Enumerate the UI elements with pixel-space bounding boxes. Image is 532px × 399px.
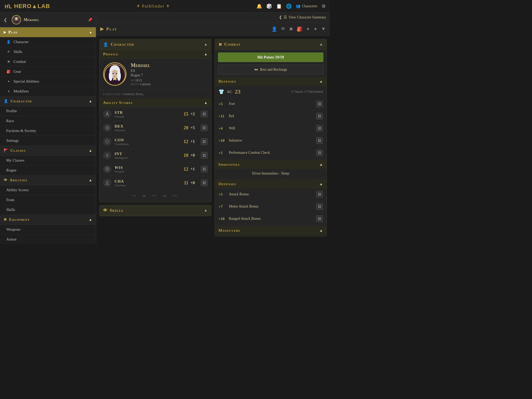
pin-icon[interactable]: 📌 — [88, 18, 92, 22]
sidebar-item-settings[interactable]: Settings — [0, 136, 96, 146]
ability-scores-section-header[interactable]: Ability Scores ▲ — [99, 98, 211, 107]
dex-abbr: DEX — [115, 124, 179, 129]
offenses-collapse[interactable]: ▲ — [319, 182, 323, 186]
ability-scores-title: Ability Scores — [103, 101, 132, 105]
equipment-section-collapse[interactable]: ▲ — [89, 218, 92, 222]
sidebar-character-section[interactable]: 👤 Character ▲ — [0, 96, 96, 106]
immunities-collapse[interactable]: ▲ — [319, 163, 323, 167]
character-nav-label: Character — [14, 40, 29, 44]
sidebar-abilities-section[interactable]: 👁 Abilities ▲ — [0, 175, 96, 185]
str-row: STR Strength 15 +2 ⚄ — [99, 107, 211, 121]
sidebar-item-profile[interactable]: Profile — [0, 106, 96, 116]
skills-card-collapse[interactable]: ▲ — [204, 208, 208, 212]
profile-section-header[interactable]: Profile ▲ — [99, 50, 211, 59]
sidebar-classes-section[interactable]: 🚩 Classes ▲ — [0, 146, 96, 156]
wis-mod: +1 — [190, 167, 198, 171]
sidebar-item-race[interactable]: Race — [0, 116, 96, 126]
ranged-attack-dice-button[interactable]: ⚄ — [316, 215, 323, 222]
dex-mod: +5 — [190, 125, 198, 130]
cha-dice-button[interactable]: ⚄ — [201, 179, 208, 186]
journal-icon[interactable]: 📋 — [276, 3, 282, 9]
con-dice-button[interactable]: ⚄ — [201, 138, 208, 145]
maneuvers-collapse[interactable]: ▲ — [319, 229, 323, 233]
sidebar-item-skills-sub[interactable]: Skills — [0, 205, 96, 215]
sidebar-equipment-section[interactable]: ✖ Equipment ▲ — [0, 215, 96, 225]
svg-text:L: L — [9, 4, 12, 9]
rest-button[interactable]: 🛏 Rest and Recharge — [218, 65, 323, 75]
settings-label: Settings — [6, 138, 19, 143]
wis-full: Wisdom — [115, 170, 179, 173]
gear-nav-icon: 🎒 — [6, 70, 11, 74]
sidebar-item-skills[interactable]: 👁 Skills — [0, 47, 96, 57]
sidebar-item-character[interactable]: 👤 Character — [0, 37, 96, 47]
wis-icon — [103, 165, 111, 173]
characters-button[interactable]: 👥 Characters — [296, 4, 317, 8]
sidebar-item-armor[interactable]: Armor — [0, 235, 96, 244]
sidebar-play-section[interactable]: ▶ Play ▲ — [0, 27, 96, 37]
gear-nav-label: Gear — [14, 69, 21, 74]
int-score: 10 — [182, 153, 188, 158]
defenses-collapse[interactable]: ▲ — [319, 79, 323, 84]
character-card-collapse[interactable]: ▲ — [204, 42, 208, 46]
hp-bar[interactable]: Hit Points 59/59 — [218, 52, 323, 62]
rogue-label: Rogue — [6, 168, 16, 172]
char-deity: DEITY Calistria — [131, 82, 208, 86]
wis-abbr: WIS — [115, 165, 179, 170]
fort-dice-button[interactable]: ⚄ — [316, 101, 323, 107]
svg-point-18 — [116, 73, 117, 74]
performance-row: +1 Performance Combat Check ⚄ — [215, 147, 327, 159]
wis-dice-button[interactable]: ⚄ — [201, 166, 208, 172]
settings-icon[interactable]: ⚙ — [322, 3, 326, 9]
will-dice-button[interactable]: ⚄ — [316, 125, 323, 132]
str-dice-button[interactable]: ⚄ — [201, 111, 208, 117]
maneuvers-header[interactable]: Maneuvers ▲ — [215, 226, 327, 235]
ref-dice-button[interactable]: ⚄ — [316, 113, 323, 119]
sidebar-back-arrow[interactable]: ❮ — [4, 17, 7, 22]
play-collapse-arrow[interactable]: ▲ — [89, 30, 92, 34]
play-toolbar-button[interactable]: ▶ Play — [100, 26, 117, 32]
toolbar-bag-icon[interactable]: 🎒 — [297, 26, 302, 32]
immunities-title: Immunities — [218, 162, 240, 167]
rest-label: Rest and Recharge — [260, 68, 287, 72]
sidebar-item-ability-scores[interactable]: Ability Scores — [0, 185, 96, 195]
toolbar-cross-icon[interactable]: ✖ — [289, 26, 293, 32]
svg-line-8 — [18, 17, 19, 18]
ac-value: 23 — [235, 88, 241, 95]
sidebar-item-my-classes[interactable]: My Classes — [0, 156, 96, 165]
toolbar-mod-icon[interactable]: ✦ — [314, 26, 317, 32]
classes-section-collapse[interactable]: ▲ — [89, 149, 92, 153]
character-section-collapse[interactable]: ▲ — [89, 99, 92, 103]
sidebar-item-rogue[interactable]: Rogue — [0, 165, 96, 175]
bell-icon[interactable]: 🔔 — [256, 3, 262, 9]
melee-attack-dice-button[interactable]: ⚄ — [316, 203, 323, 210]
sidebar-item-special-abilities[interactable]: ✦ Special Abilities — [0, 77, 96, 87]
view-character-summary-button[interactable]: ❮ ☰ View Character Summary — [279, 15, 326, 19]
str-scores: 15 +2 — [182, 111, 198, 117]
sidebar-item-factions[interactable]: Factions & Society — [0, 126, 96, 136]
profile-collapse[interactable]: ▲ — [204, 52, 208, 56]
sidebar-item-modifiers[interactable]: ✦ Modifiers — [0, 87, 96, 96]
immunities-header[interactable]: Immunities ▲ — [215, 160, 327, 169]
sidebar-item-weapons[interactable]: Weapons — [0, 225, 96, 235]
performance-dice-button[interactable]: ⚄ — [316, 149, 323, 156]
toolbar-ability-icon[interactable]: ✦ — [306, 26, 310, 32]
defenses-header[interactable]: Defenses ▲ — [215, 77, 327, 86]
toolbar-dropdown-icon[interactable]: ▼ — [321, 26, 326, 32]
sidebar-item-feats[interactable]: Feats — [0, 195, 96, 205]
dice-icon[interactable]: 🎲 — [266, 3, 272, 9]
skills-nav-icon: 👁 — [6, 50, 11, 54]
ability-scores-collapse[interactable]: ▲ — [204, 101, 208, 105]
abilities-section-collapse[interactable]: ▲ — [89, 178, 92, 182]
attack-bonus-dice-button[interactable]: ⚄ — [316, 191, 323, 198]
sidebar-item-gear[interactable]: 🎒 Gear — [0, 67, 96, 77]
initiative-dice-button[interactable]: ⚄ — [316, 137, 323, 144]
offenses-header[interactable]: Offenses ▲ — [215, 180, 327, 188]
combat-card-collapse[interactable]: ▲ — [319, 42, 323, 46]
toolbar-person-icon[interactable]: 👤 — [271, 26, 277, 32]
con-name-block: CON Constitution — [115, 138, 179, 145]
int-dice-button[interactable]: ⚄ — [201, 152, 208, 159]
dex-dice-button[interactable]: ⚄ — [201, 124, 208, 131]
toolbar-eye-icon[interactable]: 👁 — [281, 26, 285, 32]
sidebar-item-combat[interactable]: ✖ Combat — [0, 57, 96, 67]
globe-icon[interactable]: 🌐 — [286, 3, 292, 9]
